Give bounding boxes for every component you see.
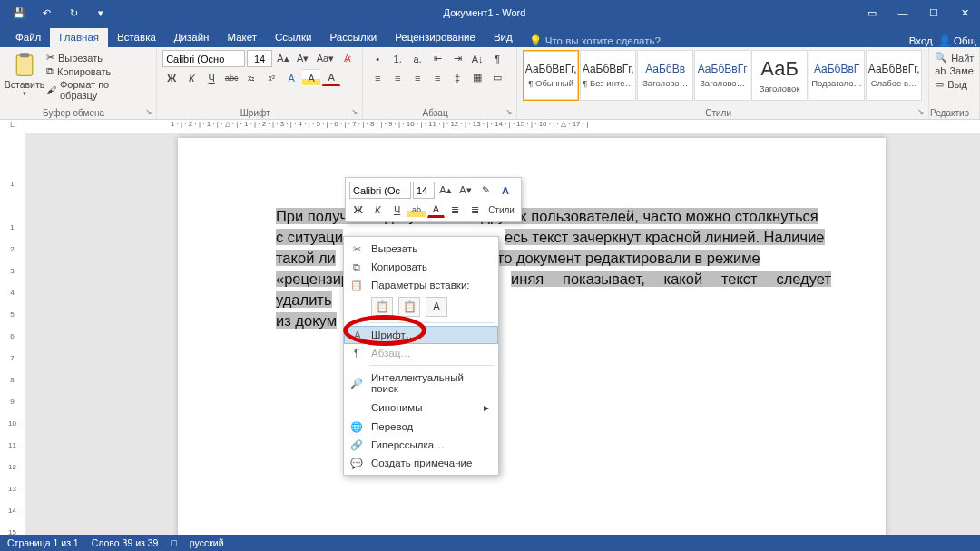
show-marks-button[interactable]: ¶ bbox=[488, 50, 506, 67]
style-gallery-item[interactable]: АаБбВвГг,¶ Без инте… bbox=[580, 50, 636, 101]
vertical-ruler[interactable]: 1123456789101112131415 bbox=[0, 133, 25, 535]
borders-button[interactable]: ▭ bbox=[488, 69, 506, 86]
ctx-cut[interactable]: ✂Вырезать bbox=[344, 240, 498, 258]
underline-button[interactable]: Ч bbox=[202, 69, 220, 86]
ctx-copy[interactable]: ⧉Копировать bbox=[344, 258, 498, 276]
paste-text-only-icon[interactable]: A bbox=[426, 297, 447, 317]
superscript-button[interactable]: x² bbox=[262, 69, 280, 86]
paste-merge-icon[interactable]: 📋 bbox=[398, 297, 420, 317]
bold-button[interactable]: Ж bbox=[162, 69, 181, 86]
save-icon[interactable]: 💾 bbox=[7, 3, 31, 23]
ctx-font[interactable]: AШрифт… bbox=[344, 326, 498, 344]
ribbon-options-icon[interactable]: ▭ bbox=[857, 0, 887, 25]
font-size-select[interactable]: 14 bbox=[247, 50, 272, 67]
clear-formatting-button[interactable]: A̷ bbox=[338, 50, 357, 67]
style-gallery-item[interactable]: АаБЗаголовок bbox=[751, 50, 808, 101]
document-page[interactable]: При получении документа от других пользо… bbox=[178, 138, 886, 535]
font-color-button[interactable]: A bbox=[322, 69, 340, 86]
mini-font-color[interactable]: A bbox=[427, 202, 445, 218]
mini-italic[interactable]: К bbox=[368, 202, 386, 218]
undo-icon[interactable]: ↶ bbox=[34, 3, 58, 23]
ctx-hyperlink[interactable]: 🔗Гиперссылка… bbox=[344, 436, 498, 454]
tab-review[interactable]: Рецензирование bbox=[386, 28, 485, 47]
subscript-button[interactable]: x₂ bbox=[242, 69, 260, 86]
horizontal-ruler[interactable]: 1 · | · 2 · | · 1 · | · △ · | · 1 · | · … bbox=[25, 120, 980, 133]
mini-styles-button[interactable]: Стили bbox=[485, 202, 517, 218]
tell-me-search[interactable]: 💡 Что вы хотите сделать? bbox=[529, 34, 661, 47]
maximize-icon[interactable]: ☐ bbox=[918, 0, 949, 25]
multilevel-button[interactable]: a. bbox=[408, 50, 426, 67]
qat-more-icon[interactable]: ▾ bbox=[89, 3, 113, 23]
increase-indent-button[interactable]: ⇥ bbox=[448, 50, 466, 67]
style-gallery-item[interactable]: АаБбВвГгЗаголово… bbox=[694, 50, 750, 101]
status-language[interactable]: русский bbox=[190, 537, 224, 548]
font-name-select[interactable]: Calibri (Осно bbox=[162, 50, 245, 67]
align-right-button[interactable]: ≡ bbox=[408, 69, 426, 86]
style-gallery-item[interactable]: АаБбВвГПодзаголо… bbox=[808, 50, 865, 101]
tab-view[interactable]: Вид bbox=[485, 28, 522, 47]
font-dialog-launcher-icon[interactable]: ↘ bbox=[349, 106, 360, 117]
style-gallery-item[interactable]: АаБбВвГг,¶ Обычный bbox=[523, 50, 579, 101]
mini-numbering[interactable]: ≣ bbox=[466, 202, 484, 218]
status-page[interactable]: Страница 1 из 1 bbox=[7, 537, 79, 548]
share-button[interactable]: 👤 Общ bbox=[938, 34, 976, 47]
copy-icon: ⧉ bbox=[349, 260, 364, 274]
strikethrough-button[interactable]: abc bbox=[222, 69, 240, 86]
sort-button[interactable]: A↓ bbox=[468, 50, 486, 67]
change-case-button[interactable]: Aa▾ bbox=[314, 50, 338, 67]
decrease-indent-button[interactable]: ⇤ bbox=[428, 50, 446, 67]
justify-button[interactable]: ≡ bbox=[428, 69, 446, 86]
paste-keep-source-icon[interactable]: 📋 bbox=[371, 297, 393, 317]
paragraph-dialog-launcher-icon[interactable]: ↘ bbox=[504, 106, 514, 117]
tab-insert[interactable]: Вставка bbox=[108, 28, 165, 47]
ctx-new-comment[interactable]: 💬Создать примечание bbox=[344, 454, 498, 472]
mini-grow-font[interactable]: A▴ bbox=[436, 182, 455, 199]
tab-layout[interactable]: Макет bbox=[218, 28, 266, 47]
mini-underline[interactable]: Ч bbox=[388, 202, 406, 218]
style-gallery-item[interactable]: АаБбВвГг,Слабое в… bbox=[866, 50, 922, 101]
numbering-button[interactable]: 1. bbox=[388, 50, 407, 67]
highlight-button[interactable]: A bbox=[302, 69, 320, 86]
format-painter-button[interactable]: 🖌Формат по образцу bbox=[44, 79, 151, 101]
mini-bold[interactable]: Ж bbox=[349, 202, 367, 218]
text-effects-button[interactable]: A bbox=[282, 69, 300, 86]
shrink-font-button[interactable]: A▾ bbox=[294, 50, 312, 67]
line-spacing-button[interactable]: ‡ bbox=[448, 69, 466, 86]
status-proofing-icon[interactable]: □ bbox=[171, 537, 176, 548]
mini-highlight[interactable]: ab bbox=[407, 202, 425, 218]
minimize-icon[interactable]: — bbox=[887, 0, 918, 25]
bullets-button[interactable]: • bbox=[368, 50, 387, 67]
ctx-paragraph[interactable]: ¶Абзац… bbox=[344, 344, 498, 362]
align-left-button[interactable]: ≡ bbox=[368, 69, 387, 86]
mini-format-painter[interactable]: ✎ bbox=[476, 182, 495, 199]
status-word-count[interactable]: Слово 39 из 39 bbox=[92, 537, 159, 548]
mini-font-size[interactable]: 14 bbox=[413, 182, 435, 199]
shading-button[interactable]: ▦ bbox=[468, 69, 486, 86]
tab-references[interactable]: Ссылки bbox=[266, 28, 321, 47]
tab-home[interactable]: Главная bbox=[50, 28, 108, 47]
grow-font-button[interactable]: A▴ bbox=[274, 50, 292, 67]
replace-button[interactable]: abЗаме bbox=[935, 65, 974, 76]
cut-button[interactable]: ✂Вырезать bbox=[44, 52, 151, 64]
mini-font-name[interactable]: Calibri (Ос bbox=[349, 182, 411, 199]
select-button[interactable]: ▭Выд bbox=[935, 78, 974, 90]
redo-icon[interactable]: ↻ bbox=[62, 3, 85, 23]
style-gallery-item[interactable]: АаБбВвЗаголово… bbox=[637, 50, 693, 101]
align-center-button[interactable]: ≡ bbox=[388, 69, 407, 86]
find-button[interactable]: 🔍Найт bbox=[935, 52, 974, 64]
tab-design[interactable]: Дизайн bbox=[165, 28, 219, 47]
mini-styles-icon[interactable]: A bbox=[496, 182, 514, 199]
tab-file[interactable]: Файл bbox=[6, 28, 50, 47]
ctx-synonyms[interactable]: Синонимы▸ bbox=[344, 398, 498, 418]
italic-button[interactable]: К bbox=[182, 69, 201, 86]
styles-dialog-launcher-icon[interactable]: ↘ bbox=[916, 106, 926, 117]
clipboard-dialog-launcher-icon[interactable]: ↘ bbox=[143, 106, 154, 117]
sign-in-link[interactable]: Вход bbox=[909, 35, 933, 46]
copy-button[interactable]: ⧉Копировать bbox=[44, 65, 151, 77]
close-icon[interactable]: ✕ bbox=[949, 0, 980, 25]
mini-shrink-font[interactable]: A▾ bbox=[456, 182, 475, 199]
ctx-translate[interactable]: 🌐Перевод bbox=[344, 418, 498, 436]
tab-mailings[interactable]: Рассылки bbox=[321, 28, 387, 47]
ctx-smart-lookup[interactable]: 🔎Интеллектуальный поиск bbox=[344, 369, 498, 398]
mini-bullets[interactable]: ≣ bbox=[446, 202, 464, 218]
